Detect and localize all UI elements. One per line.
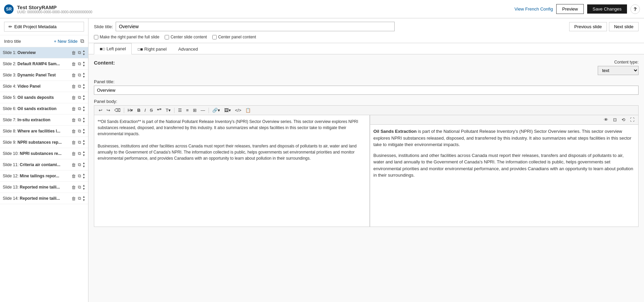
delete-slide-button[interactable]: 🗑 (71, 106, 77, 112)
full-slide-checkbox[interactable] (94, 35, 98, 39)
move-up-button[interactable]: ▲ (82, 72, 85, 75)
copy-icon[interactable]: ⧉ (80, 38, 84, 44)
help-button[interactable]: ? (630, 4, 640, 14)
slide-item[interactable]: Slide 12: Mine tailings repor... 🗑 ⧉ ▲ ▼ (0, 171, 88, 182)
move-down-button[interactable]: ▼ (82, 142, 85, 146)
move-up-button[interactable]: ▲ (82, 150, 85, 154)
move-down-button[interactable]: ▼ (82, 109, 85, 112)
next-slide-button[interactable]: Next slide (609, 22, 639, 31)
copy-slide-button[interactable]: ⧉ (77, 139, 82, 145)
copy-slide-button[interactable]: ⧉ (77, 61, 82, 67)
ordered-list-button[interactable]: ≡ (184, 107, 191, 113)
tab-advanced[interactable]: Advanced (172, 43, 204, 54)
source-button[interactable]: 📋 (244, 107, 252, 113)
delete-slide-button[interactable]: 🗑 (71, 50, 77, 56)
table-button[interactable]: ⊞ (191, 107, 198, 113)
tab-left-panel[interactable]: ◼◻ Left panel (94, 43, 132, 54)
copy-slide-button[interactable]: ⧉ (77, 128, 82, 134)
move-down-button[interactable]: ▼ (82, 97, 85, 101)
move-up-button[interactable]: ▲ (82, 60, 85, 64)
delete-slide-button[interactable]: 🗑 (71, 184, 77, 190)
delete-slide-button[interactable]: 🗑 (71, 84, 77, 89)
copy-slide-button[interactable]: ⧉ (77, 150, 82, 157)
copy-slide-button[interactable]: ⧉ (77, 117, 82, 123)
move-down-button[interactable]: ▼ (82, 75, 85, 78)
delete-slide-button[interactable]: 🗑 (71, 162, 77, 168)
bullet-list-button[interactable]: ☰ (176, 107, 184, 113)
italic-button[interactable]: I (143, 107, 148, 113)
slide-item[interactable]: Slide 10: NPRI substances re... 🗑 ⧉ ▲ ▼ (0, 148, 88, 159)
copy-slide-button[interactable]: ⧉ (77, 195, 82, 201)
move-down-button[interactable]: ▼ (82, 86, 85, 90)
move-up-button[interactable]: ▲ (82, 94, 85, 97)
move-up-button[interactable]: ▲ (82, 139, 85, 142)
panel-title-input[interactable] (94, 86, 639, 95)
slide-item[interactable]: Slide 11: Criteria air contami... 🗑 ⧉ ▲ … (0, 159, 88, 171)
code-button[interactable]: </> (233, 107, 243, 113)
full-slide-option[interactable]: Make the right panel the full slide (94, 35, 159, 39)
link-button[interactable]: 🔗▾ (211, 107, 222, 113)
clear-button[interactable]: ⌫ (113, 107, 122, 113)
heading-button[interactable]: H▾ (126, 107, 135, 113)
move-up-button[interactable]: ▲ (82, 128, 85, 131)
copy-slide-button[interactable]: ⧉ (77, 72, 82, 78)
preview-rotate-button[interactable]: ⟲ (620, 117, 627, 123)
copy-slide-button[interactable]: ⧉ (77, 94, 82, 101)
delete-slide-button[interactable]: 🗑 (71, 117, 77, 123)
preview-eye-button[interactable]: 👁 (602, 117, 610, 123)
move-down-button[interactable]: ▼ (82, 165, 85, 168)
preview-fullscreen-button[interactable]: ⛶ (628, 117, 636, 123)
move-down-button[interactable]: ▼ (82, 176, 85, 179)
slide-item[interactable]: Slide 2: Default RAMP4 Sam... 🗑 ⧉ ▲ ▼ (0, 58, 88, 70)
center-panel-checkbox[interactable] (212, 35, 217, 39)
preview-expand-button[interactable]: ⊡ (611, 117, 618, 123)
copy-slide-button[interactable]: ⧉ (77, 83, 82, 89)
move-down-button[interactable]: ▼ (82, 120, 85, 123)
move-down-button[interactable]: ▼ (82, 187, 85, 191)
move-up-button[interactable]: ▲ (82, 173, 85, 176)
slide-item[interactable]: Slide 14: Reported mine taili... 🗑 ⧉ ▲ ▼ (0, 193, 88, 204)
move-down-button[interactable]: ▼ (82, 53, 85, 56)
delete-slide-button[interactable]: 🗑 (71, 95, 77, 101)
copy-slide-button[interactable]: ⧉ (77, 162, 82, 168)
delete-slide-button[interactable]: 🗑 (71, 72, 77, 78)
delete-slide-button[interactable]: 🗑 (71, 61, 77, 67)
preview-button[interactable]: Preview (556, 4, 583, 14)
delete-slide-button[interactable]: 🗑 (71, 196, 77, 201)
copy-slide-button[interactable]: ⧉ (77, 173, 82, 179)
slide-item[interactable]: Slide 9: NPRI substances rep... 🗑 ⧉ ▲ ▼ (0, 137, 88, 148)
delete-slide-button[interactable]: 🗑 (71, 151, 77, 157)
slide-item[interactable]: Slide 3: Dynamic Panel Test 🗑 ⧉ ▲ ▼ (0, 70, 88, 81)
view-french-link[interactable]: View French Config (514, 6, 553, 12)
move-up-button[interactable]: ▲ (82, 184, 85, 187)
slide-item[interactable]: Slide 8: Where are facilities l... 🗑 ⧉ ▲… (0, 126, 88, 137)
save-button[interactable]: Save Changes (587, 4, 627, 14)
edit-metadata-button[interactable]: ✏ Edit Project Metadata (4, 22, 84, 32)
bold-button[interactable]: B (135, 107, 142, 113)
editor-pane[interactable]: **Oil Sands Extraction** is part of the … (94, 115, 370, 227)
move-up-button[interactable]: ▲ (82, 105, 85, 109)
move-up-button[interactable]: ▲ (82, 117, 85, 120)
move-up-button[interactable]: ▲ (82, 195, 85, 198)
copy-slide-button[interactable]: ⧉ (77, 106, 82, 112)
prev-slide-button[interactable]: Previous slide (569, 22, 607, 31)
new-slide-button[interactable]: + New Slide (54, 39, 78, 44)
center-slide-checkbox[interactable] (165, 35, 169, 39)
slide-item[interactable]: Slide 6: Oil sands extraction 🗑 ⧉ ▲ ▼ (0, 103, 88, 114)
image-button[interactable]: 🖼▾ (222, 107, 233, 113)
slide-item[interactable]: Slide 7: In-situ extraction 🗑 ⧉ ▲ ▼ (0, 114, 88, 126)
slide-item[interactable]: Slide 1: Overview 🗑 ⧉ ▲ ▼ (0, 47, 88, 58)
strikethrough-button[interactable]: S (148, 107, 154, 113)
move-up-button[interactable]: ▲ (82, 161, 85, 165)
slide-item[interactable]: Slide 13: Reported mine taili... 🗑 ⧉ ▲ ▼ (0, 182, 88, 193)
delete-slide-button[interactable]: 🗑 (71, 140, 77, 145)
delete-slide-button[interactable]: 🗑 (71, 128, 77, 134)
copy-slide-button[interactable]: ⧉ (77, 50, 82, 56)
move-down-button[interactable]: ▼ (82, 64, 85, 67)
undo-button[interactable]: ↩ (97, 107, 104, 113)
move-down-button[interactable]: ▼ (82, 198, 85, 202)
rule-button[interactable]: — (199, 107, 207, 113)
copy-slide-button[interactable]: ⧉ (77, 184, 82, 190)
slide-item[interactable]: Slide 4: Video Panel 🗑 ⧉ ▲ ▼ (0, 81, 88, 92)
redo-button[interactable]: ↪ (105, 107, 112, 113)
